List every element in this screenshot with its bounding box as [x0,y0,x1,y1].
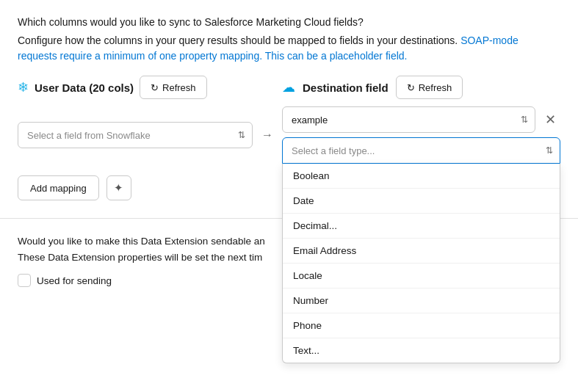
wand-button[interactable]: ✦ [106,175,131,200]
right-refresh-button[interactable]: ↻ Refresh [396,76,463,99]
left-refresh-icon: ↻ [151,82,159,93]
wand-icon: ✦ [114,181,123,195]
right-section: example ⇅ ✕ Select a field type... ⇅ [282,106,560,164]
configure-text: Configure how the columns in your query … [18,35,458,46]
close-icon: ✕ [545,112,556,128]
right-col-header: ☁ Destination field ↻ Refresh [282,76,560,99]
used-for-sending-checkbox[interactable] [18,274,31,287]
mapping-row: Select a field from Snowflake ⇅ → exampl… [18,106,560,164]
dropdown-item-decimal[interactable]: Decimal... [283,214,560,239]
checkbox-label: Used for sending [37,275,112,286]
salesforce-icon: ☁ [282,79,295,95]
destination-top-row: example ⇅ ✕ [282,106,560,133]
right-col-title: Destination field [303,81,389,94]
left-col-title: User Data (20 cols) [35,81,134,94]
left-refresh-button[interactable]: ↻ Refresh [140,76,207,99]
dropdown-item-phone[interactable]: Phone [283,313,560,338]
field-type-dropdown-list: Boolean Date Decimal... Email Address Lo… [282,164,560,363]
destination-select-wrapper: example ⇅ [282,106,535,133]
mapping-section: ❄ User Data (20 cols) ↻ Refresh ☁ Destin… [18,76,560,200]
columns-header: ❄ User Data (20 cols) ↻ Refresh ☁ Destin… [18,76,560,99]
left-refresh-label: Refresh [162,82,196,93]
left-select-wrapper: Select a field from Snowflake ⇅ [18,122,253,148]
close-mapping-button[interactable]: ✕ [540,109,560,130]
snowflake-field-select[interactable]: Select a field from Snowflake [18,122,253,148]
dropdown-item-number[interactable]: Number [283,288,560,313]
dropdown-item-text[interactable]: Text... [283,338,560,363]
destination-data-extension-select[interactable]: example [282,106,535,133]
dropdown-item-email-address[interactable]: Email Address [283,239,560,264]
main-title: Which columns would you like to sync to … [18,15,560,30]
right-refresh-icon: ↻ [407,82,415,93]
dropdown-item-boolean[interactable]: Boolean [283,164,560,189]
mapping-arrow-icon: → [253,128,282,142]
right-refresh-label: Refresh [419,82,452,93]
field-type-wrapper: Select a field type... ⇅ Boolean Date De… [282,137,560,164]
field-type-select[interactable]: Select a field type... [282,137,560,164]
dropdown-item-locale[interactable]: Locale [283,264,560,288]
left-col-header: ❄ User Data (20 cols) ↻ Refresh [18,76,253,99]
dropdown-item-date[interactable]: Date [283,189,560,214]
snowflake-icon: ❄ [18,79,29,95]
subtitle-text: Configure how the columns in your query … [18,33,560,64]
add-mapping-button[interactable]: Add mapping [18,175,99,200]
